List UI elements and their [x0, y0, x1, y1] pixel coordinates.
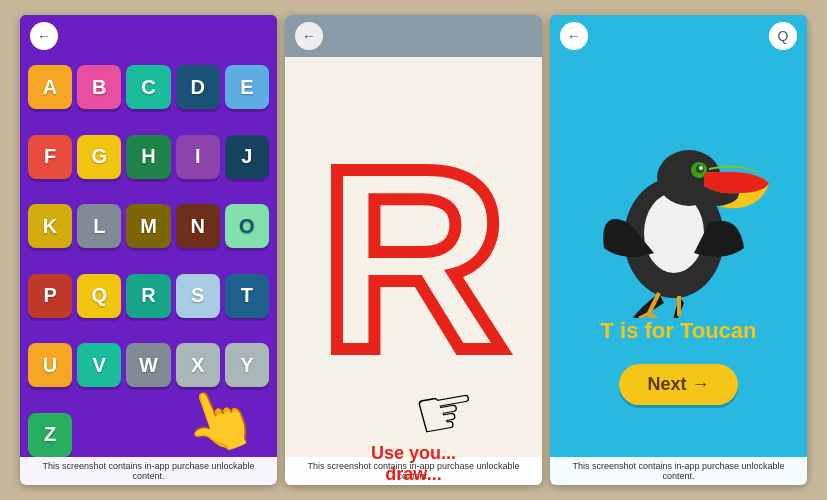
letter-tile-V[interactable]: V [77, 343, 121, 387]
letter-tile-Y[interactable]: Y [225, 343, 269, 387]
svg-point-5 [699, 166, 703, 170]
letter-tile-A[interactable]: A [28, 65, 72, 109]
letter-r-area: R ☞ Use you...draw... [285, 15, 542, 485]
toucan-label: T is for Toucan [600, 318, 756, 344]
back-button-2[interactable]: ← [295, 22, 323, 50]
panel-3-header: ← Q [550, 15, 807, 57]
letter-tile-P[interactable]: P [28, 274, 72, 318]
next-button[interactable]: Next → [619, 364, 737, 405]
letter-tile-S[interactable]: S [176, 274, 220, 318]
letter-tile-X[interactable]: X [176, 343, 220, 387]
panel-toucan: ← Q [550, 15, 807, 485]
draw-instruction: Use you...draw... [371, 443, 456, 485]
letter-tile-U[interactable]: U [28, 343, 72, 387]
letter-tile-D[interactable]: D [176, 65, 220, 109]
letter-tile-Z[interactable]: Z [28, 413, 72, 457]
letter-tile-K[interactable]: K [28, 204, 72, 248]
big-letter-r: R [320, 129, 508, 389]
footer-3: This screenshot contains in-app purchase… [550, 457, 807, 485]
letter-tile-W[interactable]: W [126, 343, 170, 387]
panel-letter-r: ← R ☞ Use you...draw... This screenshot … [285, 15, 542, 485]
letter-tile-G[interactable]: G [77, 135, 121, 179]
letter-tile-L[interactable]: L [77, 204, 121, 248]
panel-2-header: ← [285, 15, 542, 57]
app-container: ← ABCDEFGHIJKLMNOPQRSTUVWXYZ 👆 This scre… [0, 0, 827, 500]
letter-tile-I[interactable]: I [176, 135, 220, 179]
search-button[interactable]: Q [769, 22, 797, 50]
letter-tile-H[interactable]: H [126, 135, 170, 179]
letter-tile-B[interactable]: B [77, 65, 121, 109]
letter-tile-R[interactable]: R [126, 274, 170, 318]
letter-tile-C[interactable]: C [126, 65, 170, 109]
back-button-3[interactable]: ← [560, 22, 588, 50]
letter-tile-O[interactable]: O [225, 204, 269, 248]
letter-tile-F[interactable]: F [28, 135, 72, 179]
back-button-1[interactable]: ← [30, 22, 58, 50]
letter-tile-T[interactable]: T [225, 274, 269, 318]
panel-1-header: ← [20, 15, 277, 57]
alphabet-grid: ABCDEFGHIJKLMNOPQRSTUVWXYZ [20, 15, 277, 485]
toucan-image [579, 78, 779, 318]
toucan-content: T is for Toucan Next → [550, 15, 807, 485]
letter-tile-J[interactable]: J [225, 135, 269, 179]
letter-tile-E[interactable]: E [225, 65, 269, 109]
letter-tile-M[interactable]: M [126, 204, 170, 248]
footer-1: This screenshot contains in-app purchase… [20, 457, 277, 485]
letter-tile-N[interactable]: N [176, 204, 220, 248]
panel-alphabet: ← ABCDEFGHIJKLMNOPQRSTUVWXYZ 👆 This scre… [20, 15, 277, 485]
letter-tile-Q[interactable]: Q [77, 274, 121, 318]
